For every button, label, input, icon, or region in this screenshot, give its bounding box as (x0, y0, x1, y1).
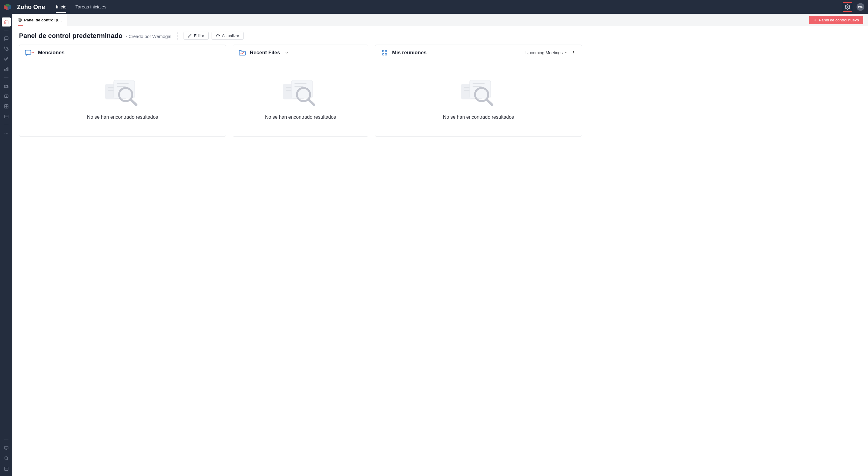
calendar-icon (4, 466, 9, 471)
recent-files-title: Recent Files (250, 50, 280, 56)
card-header: Menciones (19, 45, 226, 61)
empty-text: No se han encontrado resultados (443, 115, 514, 120)
svg-point-51 (573, 51, 574, 52)
svg-rect-21 (4, 467, 8, 471)
card-header: Recent Files (233, 45, 368, 61)
byline: - Creado por Wemogal (126, 34, 171, 39)
recent-files-card: Recent Files (233, 44, 368, 137)
svg-point-15 (6, 133, 7, 134)
refresh-label: Actualizar (222, 33, 239, 38)
edit-icon (188, 34, 192, 38)
refresh-icon (216, 34, 220, 38)
svg-rect-44 (294, 86, 304, 87)
rail-grid[interactable] (2, 102, 11, 111)
svg-point-14 (4, 133, 5, 134)
chart-icon (4, 67, 9, 72)
svg-point-3 (847, 6, 848, 8)
rail-chart[interactable] (2, 65, 11, 74)
empty-illustration (101, 77, 144, 107)
svg-rect-4 (4, 69, 5, 71)
svg-rect-59 (472, 86, 482, 87)
title-actions: Editar Actualizar (184, 32, 244, 40)
svg-line-20 (7, 459, 8, 460)
meetings-icon (381, 49, 389, 56)
folder-chart-icon (239, 49, 246, 56)
svg-point-28 (31, 53, 32, 53)
topbar: Zoho One Inicio Tareas iniciales WE (0, 0, 868, 14)
rail-search[interactable] (2, 454, 11, 463)
nav-inicio[interactable]: Inicio (56, 4, 66, 13)
home-icon (4, 20, 9, 24)
mentions-card: Menciones (19, 44, 226, 137)
play-icon (4, 94, 9, 98)
svg-point-30 (33, 53, 34, 53)
rail-calendar[interactable] (2, 464, 11, 473)
mentions-dots-icon (30, 51, 34, 55)
empty-illustration (458, 77, 500, 107)
rail-monitor[interactable] (2, 443, 11, 452)
pencil-icon (4, 46, 9, 51)
page-title: Panel de control predeterminado (19, 32, 123, 39)
card-body: No se han encontrado resultados (375, 61, 582, 136)
side-rail (0, 14, 12, 476)
svg-point-53 (573, 54, 574, 54)
svg-point-52 (573, 53, 574, 53)
rail-pencil[interactable] (2, 44, 11, 53)
app-logo-icon (4, 3, 11, 11)
nav-tareas-iniciales[interactable]: Tareas iniciales (75, 4, 106, 13)
rail-home[interactable] (2, 18, 11, 27)
svg-rect-58 (472, 83, 485, 84)
puzzle-icon (4, 84, 9, 88)
svg-point-50 (385, 54, 387, 56)
kebab-icon (571, 51, 576, 55)
rail-play[interactable] (2, 92, 11, 101)
svg-line-61 (487, 99, 492, 105)
svg-rect-35 (117, 83, 129, 84)
meetings-title: Mis reuniones (392, 50, 427, 56)
meetings-filter-dropdown[interactable]: Upcoming Meetings (525, 50, 568, 55)
mentions-title: Menciones (38, 50, 64, 56)
rail-divider (4, 440, 8, 440)
rail-divider (4, 77, 8, 78)
svg-rect-43 (294, 83, 307, 84)
card-menu-button[interactable] (571, 50, 576, 56)
empty-text: No se han encontrado resultados (265, 115, 336, 120)
meetings-card: Mis reuniones Upcoming Meetings (375, 44, 582, 137)
edit-label: Editar (194, 33, 204, 38)
rail-check[interactable] (2, 55, 11, 64)
settings-button[interactable] (843, 2, 852, 12)
svg-point-19 (4, 457, 7, 459)
svg-point-48 (385, 50, 387, 52)
empty-text: No se han encontrado resultados (87, 115, 158, 120)
gear-icon (845, 4, 850, 10)
grid-icon (4, 104, 9, 109)
dashboard-tab-label: Panel de control p… (24, 18, 62, 22)
refresh-button[interactable]: Actualizar (212, 32, 244, 40)
meetings-filter-label: Upcoming Meetings (525, 50, 563, 55)
byline-author: Wemogal (152, 34, 171, 39)
new-dashboard-button[interactable]: Panel de control nuevo (809, 16, 863, 24)
rail-divider (4, 125, 8, 125)
svg-rect-7 (4, 95, 8, 97)
rail-card[interactable] (2, 112, 11, 121)
svg-line-38 (130, 99, 136, 105)
check-icon (4, 57, 9, 61)
byline-prefix: - Creado por (126, 34, 152, 39)
svg-rect-36 (117, 86, 126, 87)
card-body: No se han encontrado resultados (233, 61, 368, 136)
svg-rect-17 (4, 446, 8, 449)
card-header: Mis reuniones Upcoming Meetings (375, 45, 582, 61)
rail-more[interactable] (2, 129, 11, 138)
topbar-right: WE (843, 2, 864, 12)
title-divider (177, 32, 178, 40)
monitor-icon (4, 446, 9, 450)
edit-button[interactable]: Editar (184, 32, 209, 40)
rail-chat[interactable] (2, 34, 11, 43)
avatar[interactable]: WE (857, 3, 864, 11)
card-body: No se han encontrado resultados (19, 61, 226, 136)
chevron-down-icon[interactable] (285, 51, 288, 55)
svg-point-29 (32, 53, 33, 53)
dashboard-tab[interactable]: Panel de control p… (12, 14, 68, 26)
card-icon (4, 114, 9, 119)
rail-puzzle[interactable] (2, 81, 11, 90)
